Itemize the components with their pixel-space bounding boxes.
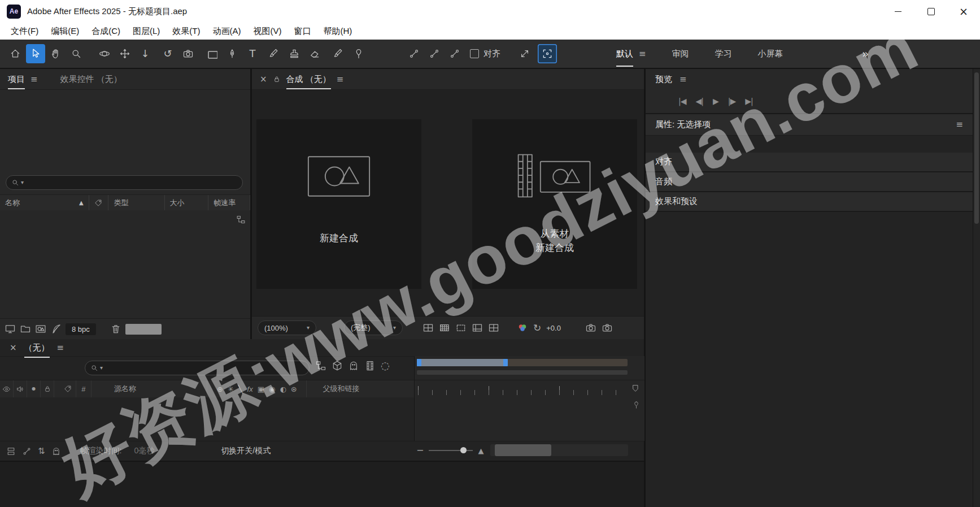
show-snapshot-icon[interactable] <box>602 322 613 333</box>
roto-brush-tool[interactable] <box>329 44 348 63</box>
reset-exposure-icon[interactable]: ↻ <box>533 323 541 333</box>
zoom-slider-knob[interactable] <box>460 447 467 453</box>
tab-composition[interactable]: 合成 （无） <box>286 70 331 89</box>
magnification-dropdown[interactable]: (100%) ▾ <box>258 320 316 335</box>
work-area-end-handle[interactable] <box>503 359 508 366</box>
zoom-slider[interactable] <box>429 450 473 451</box>
column-video[interactable] <box>0 380 14 397</box>
channel-rgb-icon[interactable] <box>517 322 528 333</box>
new-composition-icon[interactable] <box>35 323 46 335</box>
close-panel-icon[interactable]: × <box>10 344 17 352</box>
motion-blur-icon[interactable]: ◌ <box>381 361 390 371</box>
column-solo[interactable]: ● <box>27 380 41 397</box>
tab-timeline[interactable]: （无） <box>24 338 50 358</box>
timeline-panel-menu-icon[interactable]: ≡ <box>57 344 64 352</box>
menu-effect[interactable]: 效果(T) <box>166 23 206 40</box>
work-area-start-handle[interactable] <box>417 359 421 366</box>
search-caret-icon[interactable]: ▾ <box>100 365 103 371</box>
brush-tool[interactable] <box>264 44 284 63</box>
puppet-pin-tool[interactable] <box>349 44 368 63</box>
minimize-button[interactable] <box>882 0 914 23</box>
hand-tool[interactable] <box>46 44 66 63</box>
transparency-grid-icon[interactable] <box>439 322 450 333</box>
properties-panel-menu-icon[interactable]: ≡ <box>956 120 963 129</box>
local-axis-mode-button[interactable] <box>404 44 424 63</box>
timeline-horizontal-scrollbar[interactable] <box>490 444 628 456</box>
shy-layers-icon[interactable] <box>348 360 359 371</box>
exposure-value[interactable]: +0.0 <box>546 324 561 332</box>
comp-mini-flowchart-icon[interactable] <box>315 360 326 371</box>
previous-frame-button[interactable]: ◀| <box>695 97 703 105</box>
snap-control[interactable]: 对齐 <box>470 40 500 68</box>
first-frame-button[interactable]: |◀ <box>678 97 686 105</box>
home-button[interactable] <box>6 44 25 63</box>
safe-zones-icon[interactable] <box>423 322 434 333</box>
work-area-track[interactable] <box>417 359 628 366</box>
column-size[interactable]: 大小 <box>165 195 209 210</box>
column-audio[interactable] <box>14 380 27 397</box>
selection-tool[interactable] <box>26 44 45 63</box>
work-area-segment[interactable] <box>417 359 506 366</box>
play-button[interactable]: ▶ <box>713 97 718 105</box>
interpret-footage-icon[interactable] <box>5 323 16 335</box>
preview-panel-menu-icon[interactable]: ≡ <box>680 75 687 84</box>
world-axis-mode-button[interactable] <box>425 44 444 63</box>
clone-stamp-tool[interactable] <box>285 44 304 63</box>
dolly-camera-tool[interactable]: ↓ <box>136 44 155 63</box>
pen-tool[interactable] <box>223 44 242 63</box>
frame-blend-icon[interactable] <box>364 360 376 371</box>
rotation-tool[interactable]: ↺ <box>158 44 177 63</box>
menu-file[interactable]: 文件(F) <box>5 23 45 40</box>
grid-guides-icon[interactable] <box>488 322 499 333</box>
time-navigator-bar[interactable] <box>417 370 628 375</box>
project-panel-menu-icon[interactable]: ≡ <box>31 75 38 84</box>
render-time-pane-icon[interactable] <box>51 447 61 456</box>
type-tool[interactable]: T <box>243 44 262 63</box>
next-frame-button[interactable]: |▶ <box>728 97 735 105</box>
tab-effect-controls[interactable]: 效果控件 （无） <box>60 74 122 85</box>
column-name[interactable]: 名称 ▲ <box>0 195 89 210</box>
region-of-interest-icon[interactable] <box>472 322 483 333</box>
align-panel-header[interactable]: 对齐 <box>646 153 973 172</box>
column-parent-link[interactable]: 父级和链接 <box>307 380 414 397</box>
search-caret-icon[interactable]: ▾ <box>21 180 24 185</box>
workspace-tab-review[interactable]: 审阅 <box>659 40 702 68</box>
color-depth-button[interactable]: 8 bpc <box>66 323 96 335</box>
quill-icon[interactable] <box>50 323 62 335</box>
menu-edit[interactable]: 编辑(E) <box>45 23 85 40</box>
snapshot-camera-icon[interactable] <box>585 322 596 333</box>
layer-switches-pane-icon[interactable] <box>6 447 16 456</box>
eraser-tool[interactable] <box>305 44 324 63</box>
timeline-ruler[interactable] <box>414 380 644 398</box>
pan-camera-tool[interactable] <box>115 44 134 63</box>
rectangle-tool[interactable] <box>202 44 221 63</box>
column-label[interactable] <box>60 380 76 397</box>
new-folder-icon[interactable] <box>20 323 31 335</box>
workspace-overflow-button[interactable]: » <box>856 40 874 68</box>
menu-view[interactable]: 视图(V) <box>247 23 288 40</box>
workspace-menu-icon[interactable]: ≡ <box>639 50 646 58</box>
tab-project[interactable]: 项目 <box>8 70 25 89</box>
horizontal-scrollbar-thumb[interactable] <box>495 444 551 456</box>
toggle-switches-modes-button[interactable]: 切换开关/模式 <box>221 446 271 456</box>
column-source-name[interactable]: 源名称 <box>92 380 207 397</box>
menu-help[interactable]: 帮助(H) <box>317 23 358 40</box>
in-out-pane-icon[interactable]: ⇅ <box>38 447 45 456</box>
workspace-tab-learn[interactable]: 学习 <box>702 40 745 68</box>
comp-button-icon[interactable] <box>632 401 641 409</box>
transfer-controls-pane-icon[interactable] <box>22 447 32 456</box>
column-type[interactable]: 类型 <box>108 195 164 210</box>
zoom-tool[interactable] <box>67 44 86 63</box>
menu-layer[interactable]: 图层(L) <box>127 23 166 40</box>
transform-box-button[interactable] <box>538 44 557 63</box>
snap-checkbox[interactable] <box>470 49 479 58</box>
draft-3d-icon[interactable] <box>332 360 343 371</box>
column-lock[interactable] <box>41 380 54 397</box>
project-search-input[interactable]: ▾ <box>6 175 243 190</box>
lock-icon[interactable] <box>273 75 281 83</box>
last-frame-button[interactable]: ▶| <box>745 97 752 105</box>
composition-panel-menu-icon[interactable]: ≡ <box>337 75 344 84</box>
maximize-button[interactable] <box>914 0 947 23</box>
close-panel-icon[interactable]: × <box>260 75 267 84</box>
orbit-camera-tool[interactable] <box>95 44 114 63</box>
